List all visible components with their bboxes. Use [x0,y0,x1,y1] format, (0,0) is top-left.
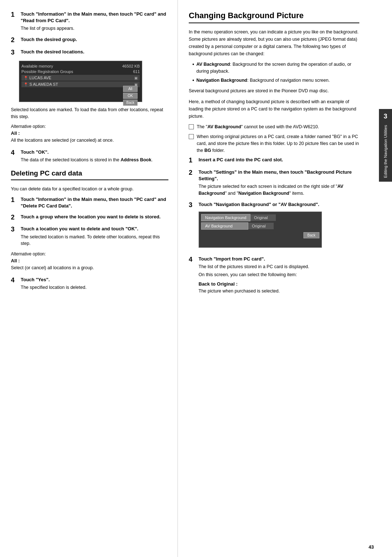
right-step-4: 4 Touch "Import from PC card". The list … [189,256,359,294]
step-3-content: Touch the desired locations. [21,49,168,55]
alt-all-label: All : [11,130,168,136]
right-step-2-body: The picture selected for each screen is … [199,183,359,197]
scr-available-value: 46502 KB [122,64,140,68]
step-4-content: Touch "OK". The data of the selected loc… [21,149,168,164]
scr-possible-value: 611 [133,69,140,74]
btn-all[interactable]: All [123,86,138,92]
note-av-bold: AV Background [207,124,241,129]
btn-back[interactable]: Back [123,100,138,106]
del-step-num-3: 3 [11,226,19,234]
right-step-2: 2 Touch "Settings" in the Main menu, the… [189,169,359,197]
step-3: 3 Touch the desired locations. [11,49,168,57]
note-1: The "AV Background" cannot be used with … [189,124,359,130]
step-2-title: Touch the desired group. [21,36,168,43]
after-screenshot-text: Selected locations are marked. To load t… [11,106,168,120]
location-icon-1: 📍 [24,76,28,80]
step-1-body: The list of groups appears. [21,25,168,32]
bullet-nav: • Navigation Background: Background of n… [192,77,359,84]
note-bg-bold: BG [204,148,211,153]
chapter-label: Editing the Navigation Utilities [383,125,388,178]
nav-screenshot: Navigation Background Original AV Backgr… [199,211,322,248]
step-num-2: 2 [11,36,19,44]
location-label-1: LUCAS AVE [29,76,51,80]
nav-bg-inline: Navigation Background [238,191,289,196]
right-step-4-title: Touch "Import from PC card". [199,256,359,262]
bullet-dot-1: • [192,61,194,68]
note-checkbox-2 [189,134,194,139]
av-bg-btn[interactable]: AV Background [201,222,248,230]
page-container: 1 Touch "Information" in the Main menu, … [0,0,392,557]
right-step-2-content: Touch "Settings" in the Main menu, then … [199,169,359,197]
bullet-av: • AV Background: Background for the scre… [192,61,359,75]
step-2-content: Touch the desired group. [21,36,168,43]
del-step-3-body: The selected location is marked. To dele… [21,234,168,247]
step-4: 4 Touch "OK". The data of the selected l… [11,149,168,164]
chapter-number: 3 [384,113,387,120]
note-1-text: The "AV Background" cannot be used with … [197,124,319,130]
alt2-option-label: Alternative option: [11,251,168,257]
right-para2: Several background pictures are stored i… [189,87,359,94]
scr-possible-row: Possible Registration Groups 611 [21,69,140,74]
location-icon-2: 📍 [24,82,28,86]
right-step-3-title: Touch "Navigation Background" or "AV Bac… [199,201,359,208]
right-step-4-body2: On this screen, you can select the follo… [199,271,359,278]
step-4b-num: 4 [11,277,19,284]
alt2-all-body: Select (or cancel) all locations in a gr… [11,265,168,271]
note-2-text: When storing original pictures on a PC c… [197,133,359,154]
step-2: 2 Touch the desired group. [11,36,168,44]
right-column: Changing Background Picture In the menu … [178,0,377,557]
step-4-body: The data of the selected locations is st… [21,157,168,164]
location-row-1: 📍 LUCAS AVE ▣ [21,75,140,81]
left-column: 1 Touch "Information" in the Main menu, … [0,0,178,557]
alt2-all-label: All : [11,258,168,263]
section2-intro: You can delete data for a specified loca… [11,185,168,193]
alt-all-body: All the locations are selected (or cance… [11,137,168,144]
nav-scr-row-1: Navigation Background Original [201,214,319,221]
bullet-av-text: AV Background: Background for the screen… [196,61,359,75]
step-4-title: Touch "OK". [21,149,168,156]
step-4b-content: Touch "Yes". The specified location is d… [21,277,168,291]
right-title: Changing Background Picture [189,11,359,23]
nav-bg-btn[interactable]: Navigation Background [201,214,250,221]
right-step-num-1: 1 [189,157,197,165]
right-para3: Here, a method of changing background pi… [189,98,359,120]
del-step-3: 3 Touch a location you want to delete an… [11,226,168,247]
nav-back-button[interactable]: Back [303,232,319,238]
del-step-num-1: 1 [11,196,19,204]
bullet-nav-text: Navigation Background: Background of nav… [196,77,330,84]
del-step-2-title: Touch a group where the location you wan… [21,214,168,220]
right-step-2-title: Touch "Settings" in the Main menu, then … [199,169,359,182]
scr-available-label: Available memory [21,64,53,68]
address-book-bold: Address Book [121,157,151,162]
right-step-1-title: Insert a PC card into the PC card slot. [199,157,359,163]
location-row-2: 📍 S ALAMEDA ST ▣ [21,81,140,87]
del-step-2: 2 Touch a group where the location you w… [11,214,168,222]
step-num-3: 3 [11,49,19,57]
right-step-1: 1 Insert a PC card into the PC card slot… [189,157,359,165]
step-4b: 4 Touch "Yes". The specified location is… [11,277,168,291]
back-to-original-body: The picture when purchased is selected. [199,288,359,295]
nav-bg-text: : Background of navigation menu screen. [247,78,330,83]
step-1-content: Touch "Information" in the Main menu, th… [21,11,168,32]
right-step-4-body: The list of the pictures stored in a PC … [199,263,359,270]
note-2: When storing original pictures on a PC c… [189,133,359,154]
del-step-3-content: Touch a location you want to delete and … [21,226,168,247]
page-number: 43 [369,544,374,550]
step-num-1: 1 [11,11,19,19]
step-3-title: Touch the desired locations. [21,49,168,55]
del-step-3-title: Touch a location you want to delete and … [21,226,168,232]
del-step-2-content: Touch a group where the location you wan… [21,214,168,220]
section2-heading: Deleting PC card data [11,169,168,180]
nav-scr-row-2: AV Background Original [201,222,319,230]
chapter-tab: 3 Editing the Navigation Utilities [379,109,392,182]
nav-bg-bold: Navigation Background [196,78,247,83]
screenshot-buttons: All OK Back [123,86,138,106]
right-step-4-content: Touch "Import from PC card". The list of… [199,256,359,294]
right-step-num-3: 3 [189,201,197,209]
location-label-2: S ALAMEDA ST [29,82,58,86]
alt-option-label: Alternative option: [11,124,168,129]
btn-ok[interactable]: OK [123,93,138,99]
bullet-dot-2: • [192,77,194,84]
right-step-3-content: Touch "Navigation Background" or "AV Bac… [199,201,359,251]
del-step-1: 1 Touch "Information" in the Main menu, … [11,196,168,209]
